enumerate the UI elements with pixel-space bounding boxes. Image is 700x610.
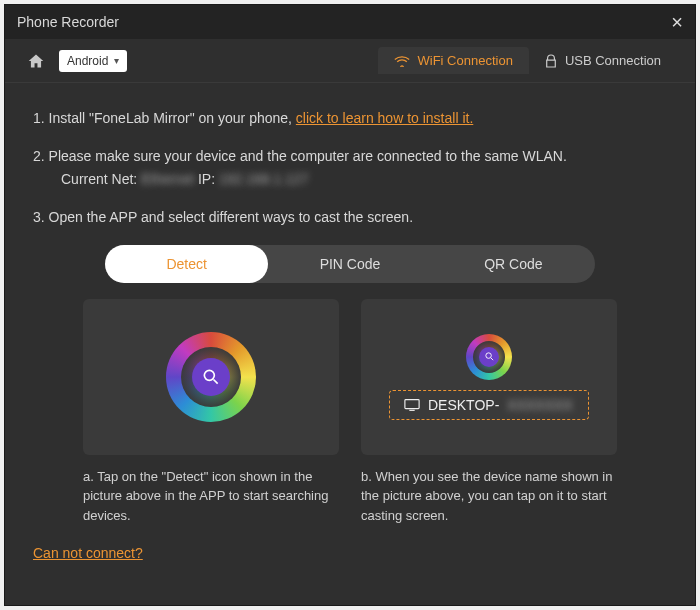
chevron-down-icon: ▾ (114, 55, 119, 66)
step-2-network-info: Current Net: Ethernet IP: 192.168.1.127 (33, 168, 667, 190)
method-pin-label: PIN Code (320, 256, 381, 272)
caption-b: b. When you see the device name shown in… (361, 467, 617, 526)
step-1: 1. Install "FoneLab Mirror" on your phon… (33, 107, 667, 129)
step-2: 2. Please make sure your device and the … (33, 145, 667, 190)
step-2-text: 2. Please make sure your device and the … (33, 145, 667, 167)
device-name-prefix: DESKTOP- (428, 397, 499, 413)
ip-value: 192.168.1.127 (219, 171, 309, 187)
device-name-box: DESKTOP-XXXXXXX (389, 390, 589, 420)
svg-line-3 (490, 358, 492, 360)
device-illustration-card: DESKTOP-XXXXXXX (361, 299, 617, 455)
cannot-connect-link[interactable]: Can not connect? (33, 545, 143, 561)
panel-a: a. Tap on the "Detect" icon shown in the… (83, 299, 339, 526)
current-net-value: Ethernet (141, 171, 194, 187)
step-3-text: 3. Open the APP and select different way… (33, 209, 413, 225)
step-1-text: 1. Install "FoneLab Mirror" on your phon… (33, 110, 296, 126)
home-button[interactable] (23, 50, 49, 72)
titlebar: Phone Recorder × (5, 5, 695, 39)
window-title: Phone Recorder (17, 14, 119, 30)
tab-usb-label: USB Connection (565, 53, 661, 68)
wifi-icon (394, 55, 410, 67)
tab-wifi-connection[interactable]: WiFi Connection (378, 47, 529, 74)
current-net-label: Current Net: (61, 171, 141, 187)
home-icon (27, 53, 45, 69)
svg-point-2 (485, 353, 491, 359)
panel-b: DESKTOP-XXXXXXX b. When you see the devi… (361, 299, 617, 526)
detect-wheel-small-icon (466, 334, 512, 380)
os-select[interactable]: Android ▾ (59, 50, 127, 72)
method-detect-label: Detect (166, 256, 206, 272)
detect-wheel-icon (166, 332, 256, 422)
tab-usb-connection[interactable]: USB Connection (529, 47, 677, 74)
magnifier-small-icon (479, 347, 499, 367)
method-tab-detect[interactable]: Detect (105, 245, 268, 283)
detect-illustration-card (83, 299, 339, 455)
method-tab-pin[interactable]: PIN Code (268, 245, 431, 283)
close-icon[interactable]: × (671, 11, 683, 34)
lock-icon (545, 54, 557, 68)
method-tab-qr[interactable]: QR Code (432, 245, 595, 283)
method-qr-label: QR Code (484, 256, 542, 272)
method-tabs: Detect PIN Code QR Code (105, 245, 595, 283)
step-3: 3. Open the APP and select different way… (33, 206, 667, 228)
instruction-panels: a. Tap on the "Detect" icon shown in the… (33, 299, 667, 526)
ip-label: IP: (198, 171, 219, 187)
content-area: 1. Install "FoneLab Mirror" on your phon… (5, 83, 695, 605)
svg-line-1 (214, 379, 218, 383)
svg-rect-4 (405, 399, 419, 408)
caption-a: a. Tap on the "Detect" icon shown in the… (83, 467, 339, 526)
svg-point-0 (204, 370, 214, 380)
tab-wifi-label: WiFi Connection (418, 53, 513, 68)
monitor-icon (404, 398, 420, 412)
connection-tabs: WiFi Connection USB Connection (378, 47, 678, 74)
toolbar: Android ▾ WiFi Connection USB Connection (5, 39, 695, 83)
os-label: Android (67, 54, 108, 68)
magnifier-icon (192, 358, 230, 396)
install-help-link[interactable]: click to learn how to install it. (296, 110, 473, 126)
device-name-suffix: XXXXXXX (507, 397, 572, 413)
app-window: Phone Recorder × Android ▾ WiFi Connecti… (4, 4, 696, 606)
